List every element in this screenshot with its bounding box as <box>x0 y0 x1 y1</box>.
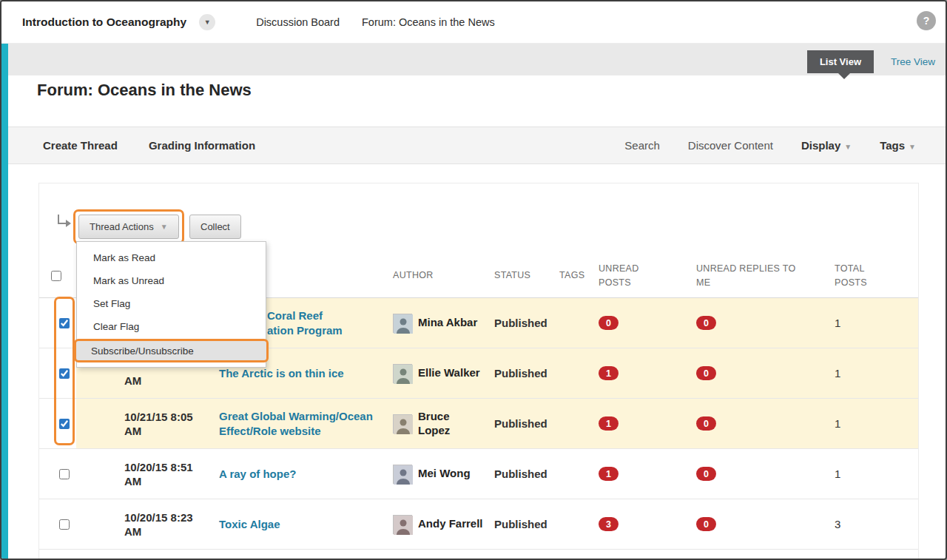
tags-cell <box>557 449 594 499</box>
status-text: Published <box>494 417 547 430</box>
thread-title-cell: Toxic Algae <box>209 499 387 549</box>
help-button[interactable]: ? <box>917 11 936 30</box>
grading-information-button[interactable]: Grading Information <box>149 139 255 152</box>
row-checkbox[interactable] <box>59 368 70 379</box>
status-text: Published <box>494 367 547 379</box>
row-checkbox-cell <box>39 348 76 398</box>
menu-item-subscribe-unsubscribe[interactable]: Subscribe/Unsubscribe <box>74 339 269 362</box>
action-bar: Create Thread Grading Information Search… <box>1 126 946 164</box>
row-checkbox[interactable] <box>59 419 70 429</box>
breadcrumb-forum-current: Forum: Oceans in the News <box>362 16 495 28</box>
create-thread-button[interactable]: Create Thread <box>43 139 118 152</box>
author-avatar <box>393 465 412 484</box>
unread-posts-badge: 0 <box>599 316 619 330</box>
breadcrumb-discussion-board[interactable]: Discussion Board <box>256 16 340 28</box>
row-checkbox-cell <box>39 499 76 549</box>
status-cell: Published <box>491 499 557 549</box>
author-avatar <box>393 414 412 434</box>
date-line2: AM <box>124 474 141 488</box>
tags-cell <box>557 399 594 448</box>
author-avatar <box>393 314 412 333</box>
date-line2: AM <box>124 374 141 388</box>
unread-replies-cell: 0 <box>690 399 827 448</box>
thread-title-cell: Great Global Warming/Ocean Effect/Role w… <box>209 399 387 448</box>
unread-posts-badge: 1 <box>599 467 619 481</box>
author-name: Ellie Walker <box>418 366 483 380</box>
author-name: Mina Akbar <box>418 316 483 330</box>
thread-link[interactable]: Great Global Warming/Ocean Effect/Role w… <box>219 409 373 439</box>
collect-button[interactable]: Collect <box>189 215 241 239</box>
total-posts-cell: 3 <box>827 499 918 549</box>
author-cell: Bruce Lopez <box>387 399 491 448</box>
tags-cell <box>557 499 594 549</box>
date-line1: 10/20/15 8:51 <box>124 460 193 474</box>
thread-link[interactable]: Toxic Algae <box>219 517 280 532</box>
thread-actions-button[interactable]: Thread Actions ▼ <box>78 215 179 239</box>
unread-replies-cell: 0 <box>690 348 827 398</box>
tags-menu-button[interactable]: Tags▼ <box>880 139 916 152</box>
menu-item-mark-as-unread[interactable]: Mark as Unread <box>77 269 266 292</box>
unread-replies-cell: 0 <box>690 449 827 499</box>
app-window: Introduction to Oceanography ▼ Discussio… <box>0 0 947 560</box>
thread-line2: Effect/Role website <box>219 424 373 439</box>
unread-replies-badge: 0 <box>696 467 716 481</box>
column-header-total-posts: TOTAL POSTS <box>835 262 870 289</box>
column-header-status: STATUS <box>494 269 530 282</box>
unread-posts-cell: 3 <box>594 499 690 549</box>
thread-line1: The Arctic is on thin ice <box>219 366 344 381</box>
action-bar-right: Search Discover Content Display▼ Tags▼ <box>624 139 916 152</box>
thread-date: 10/20/15 8:51 AM <box>76 449 209 499</box>
menu-item-clear-flag[interactable]: Clear Flag <box>77 315 266 338</box>
author-cell: Mina Akbar <box>387 298 491 348</box>
date-line1: 10/21/15 8:05 <box>124 410 193 424</box>
search-button[interactable]: Search <box>624 139 660 152</box>
author-name: Andy Farrell <box>418 517 483 531</box>
row-checkbox-cell <box>39 399 76 448</box>
unread-posts-cell: 1 <box>594 348 690 398</box>
total-posts: 1 <box>835 367 840 379</box>
thread-link[interactable]: Coral Reef ation Program <box>267 308 343 338</box>
tab-tree-view[interactable]: Tree View <box>891 56 935 67</box>
select-all-checkbox[interactable] <box>51 271 61 281</box>
status-cell: Published <box>491 449 557 499</box>
thread-list-card: Thread Actions ▼ Collect AUTHOR STATUS T… <box>38 183 919 559</box>
thread-line2: ation Program <box>267 323 343 338</box>
thread-actions-highlight: Thread Actions ▼ <box>73 209 184 244</box>
tab-list-view[interactable]: List View <box>807 50 874 73</box>
author-avatar <box>393 515 412 534</box>
row-checkbox[interactable] <box>59 519 70 530</box>
author-cell: Mei Wong <box>387 449 491 499</box>
unread-replies-badge: 0 <box>696 517 716 531</box>
unread-posts-cell: 0 <box>594 298 690 348</box>
unread-posts-cell: 1 <box>594 449 690 499</box>
discover-content-button[interactable]: Discover Content <box>688 139 773 152</box>
thread-link[interactable]: The Arctic is on thin ice <box>219 366 344 381</box>
action-arrow-icon <box>54 212 73 234</box>
row-checkbox[interactable] <box>59 318 70 328</box>
chevron-down-icon: ▼ <box>161 223 168 231</box>
menu-item-mark-as-read[interactable]: Mark as Read <box>77 246 266 269</box>
action-bar-left: Create Thread Grading Information <box>43 139 255 152</box>
menu-item-set-flag[interactable]: Set Flag <box>77 292 266 315</box>
topbar: Introduction to Oceanography ▼ Discussio… <box>1 1 946 44</box>
column-header-unread-replies: UNREAD REPLIES TO ME <box>696 262 803 289</box>
date-line2: AM <box>124 524 141 539</box>
thread-date: 10/21/15 8:05 AM <box>76 399 209 448</box>
course-menu-button[interactable]: ▼ <box>199 14 215 30</box>
left-accent-strip <box>1 44 8 559</box>
tags-cell <box>557 348 594 398</box>
display-menu-button[interactable]: Display▼ <box>801 139 852 152</box>
thread-row: 10/20/15 8:23 AM Toxic Algae Andy Farrel… <box>39 499 918 550</box>
thread-link[interactable]: A ray of hope? <box>219 467 296 482</box>
author-name: Bruce Lopez <box>418 410 483 438</box>
row-checkbox[interactable] <box>59 469 70 479</box>
page-title: Forum: Oceans in the News <box>37 81 252 100</box>
tags-cell <box>557 298 594 348</box>
thread-row: 10/20/15 8:51 AM A ray of hope? Mei Wong… <box>39 449 918 499</box>
status-text: Published <box>494 468 547 480</box>
total-posts: 3 <box>835 518 840 530</box>
total-posts-cell: 1 <box>827 348 918 398</box>
chevron-down-icon: ▼ <box>909 143 916 151</box>
total-posts-cell: 1 <box>827 298 918 348</box>
status-cell: Published <box>491 399 557 448</box>
